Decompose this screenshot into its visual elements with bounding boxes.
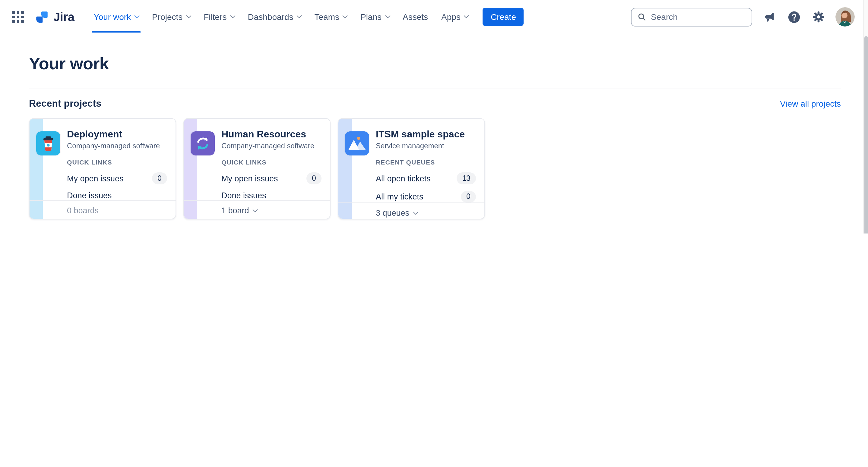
project-card-itsm-sample-space[interactable]: ITSM sample space Service management REC…	[338, 118, 485, 219]
search-icon	[638, 12, 646, 22]
count-badge: 13	[457, 173, 476, 185]
chevron-down-icon	[134, 13, 140, 19]
page-title: Your work	[29, 54, 841, 73]
card-footer-boards: 0 boards	[30, 200, 176, 219]
recent-project-cards: Deployment Company-managed software QUIC…	[29, 118, 841, 219]
quick-link-done-issues[interactable]: Done issues	[221, 191, 321, 200]
chevron-down-icon	[413, 209, 418, 214]
project-card-human-resources[interactable]: Human Resources Company-managed software…	[183, 118, 331, 219]
quick-links-label: QUICK LINKS	[67, 159, 167, 166]
nav-item-filters[interactable]: Filters	[197, 7, 240, 27]
nav-item-dashboards[interactable]: Dashboards	[242, 7, 307, 27]
top-navigation-bar: Jira Your work Projects Filters Dashboar…	[0, 0, 868, 34]
search-input[interactable]	[651, 12, 746, 22]
recent-queues-label: RECENT QUEUES	[376, 159, 476, 166]
nav-item-your-work[interactable]: Your work	[88, 7, 145, 27]
chevron-down-icon	[343, 13, 348, 19]
quick-link-my-open-issues[interactable]: My open issues 0	[221, 173, 321, 185]
create-button[interactable]: Create	[483, 8, 524, 26]
view-all-projects-link[interactable]: View all projects	[780, 99, 841, 108]
card-footer-queue-selector[interactable]: 3 queues	[338, 202, 484, 219]
chevron-down-icon	[297, 13, 302, 19]
count-badge: 0	[152, 173, 167, 185]
project-type: Company-managed software	[221, 142, 321, 151]
card-footer-board-selector[interactable]: 1 board	[184, 200, 330, 219]
chevron-down-icon	[385, 13, 390, 19]
project-type: Company-managed software	[67, 142, 167, 151]
jira-your-work-page: Jira Your work Projects Filters Dashboar…	[0, 0, 868, 234]
project-card-deployment[interactable]: Deployment Company-managed software QUIC…	[29, 118, 176, 219]
count-badge: 0	[306, 173, 321, 185]
nav-item-projects[interactable]: Projects	[146, 7, 196, 27]
scrollbar-thumb[interactable]	[864, 36, 868, 234]
main-content: Your work Recent projects View all proje…	[0, 54, 868, 234]
queue-link-all-open-tickets[interactable]: All open tickets 13	[376, 173, 476, 185]
nav-item-teams[interactable]: Teams	[309, 7, 353, 27]
count-badge: 0	[461, 191, 476, 202]
project-type: Service management	[376, 142, 476, 151]
chevron-down-icon	[186, 13, 191, 19]
settings-gear-icon[interactable]	[811, 9, 826, 25]
chevron-down-icon	[230, 13, 235, 19]
user-avatar[interactable]	[835, 7, 855, 27]
divider	[29, 89, 841, 89]
app-switcher-icon[interactable]	[12, 11, 24, 23]
jira-logo-text: Jira	[53, 10, 74, 24]
project-name[interactable]: Deployment	[67, 129, 167, 140]
primary-nav: Your work Projects Filters Dashboards Te…	[88, 7, 474, 27]
quick-link-my-open-issues[interactable]: My open issues 0	[67, 173, 167, 185]
recent-projects-heading: Recent projects	[29, 98, 101, 109]
help-icon[interactable]	[786, 9, 802, 25]
nav-item-apps[interactable]: Apps	[435, 7, 474, 27]
announcements-megaphone-icon[interactable]	[761, 9, 777, 25]
scrollbar-track[interactable]	[863, 0, 868, 234]
nav-item-plans[interactable]: Plans	[354, 7, 395, 27]
project-name[interactable]: Human Resources	[221, 129, 321, 140]
nav-item-assets[interactable]: Assets	[397, 7, 434, 27]
project-name[interactable]: ITSM sample space	[376, 129, 476, 140]
nav-right-cluster	[631, 7, 855, 27]
quick-links-label: QUICK LINKS	[221, 159, 321, 166]
search-box[interactable]	[631, 7, 752, 26]
queue-link-all-my-tickets[interactable]: All my tickets 0	[376, 191, 476, 202]
jira-logo-icon	[34, 9, 49, 24]
quick-link-done-issues[interactable]: Done issues	[67, 191, 167, 200]
chevron-down-icon	[464, 13, 469, 19]
chevron-down-icon	[252, 207, 257, 212]
jira-logo[interactable]: Jira	[34, 9, 74, 24]
